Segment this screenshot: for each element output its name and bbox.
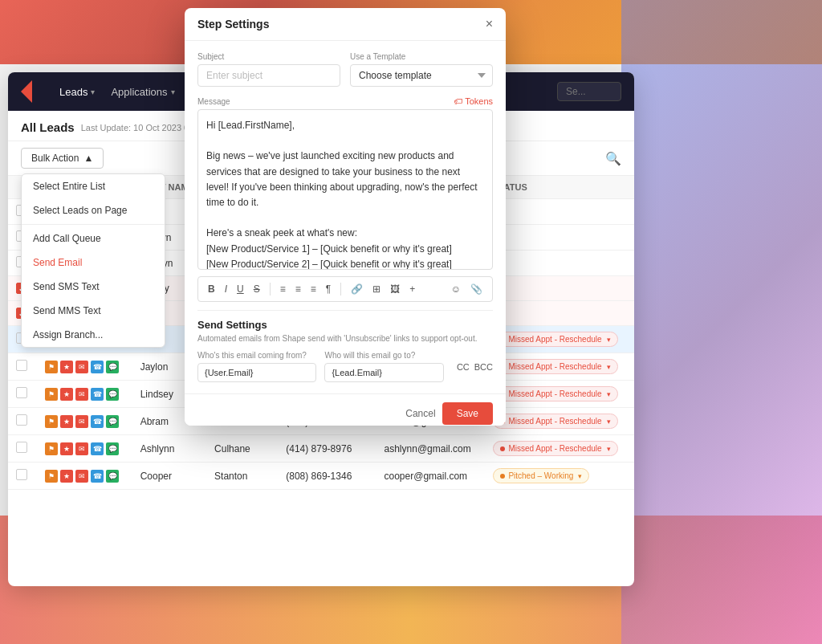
- row-checkbox[interactable]: [16, 414, 27, 426]
- action-icon-mail[interactable]: ✉: [75, 361, 88, 373]
- action-icon-mail[interactable]: ✉: [75, 470, 88, 483]
- bcc-button[interactable]: BCC: [474, 362, 493, 372]
- save-button[interactable]: Save: [442, 402, 493, 425]
- bulk-action-button[interactable]: Bulk Action ▲: [21, 148, 104, 169]
- status-dot: [500, 474, 505, 479]
- status-cell: Missed Appt - Reschedule▾: [485, 408, 634, 435]
- action-icon-star[interactable]: ★: [60, 415, 73, 428]
- status-chevron-icon: ▾: [607, 363, 611, 371]
- cancel-button[interactable]: Cancel: [405, 408, 435, 419]
- format-underline[interactable]: U: [234, 282, 247, 296]
- format-image[interactable]: 🖼: [387, 282, 403, 296]
- dropdown-item-add-call-queue[interactable]: Add Call Queue: [22, 226, 165, 251]
- dropdown-item-send-mms[interactable]: Send MMS Text: [22, 299, 165, 323]
- last-name-cell: Culhane: [206, 435, 278, 463]
- modal-close-button[interactable]: ×: [486, 18, 493, 31]
- row-checkbox[interactable]: [16, 442, 27, 453]
- action-icon-sms[interactable]: 💬: [106, 442, 119, 455]
- action-icon-mail[interactable]: ✉: [75, 415, 88, 428]
- format-list-ol[interactable]: ≡: [307, 282, 319, 296]
- format-strikethrough[interactable]: S: [250, 282, 263, 296]
- format-separator-2: [340, 283, 341, 296]
- action-icon-flag[interactable]: ⚑: [45, 470, 58, 483]
- format-bold[interactable]: B: [205, 282, 218, 296]
- action-icon-star[interactable]: ★: [60, 388, 73, 401]
- row-checkbox[interactable]: [16, 469, 27, 480]
- action-icon-star[interactable]: ★: [60, 442, 73, 455]
- format-align[interactable]: ≡: [277, 282, 289, 296]
- action-icon-flag[interactable]: ⚑: [45, 415, 58, 428]
- action-icon-mail[interactable]: ✉: [75, 442, 88, 455]
- format-table[interactable]: ⊞: [369, 282, 384, 296]
- action-icon-phone[interactable]: ☎: [91, 415, 104, 428]
- modal-body: Subject Use a Template Choose template M…: [185, 41, 506, 393]
- subject-template-row: Subject Use a Template Choose template: [197, 52, 493, 87]
- dropdown-item-assign-branch[interactable]: Assign Branch...: [22, 323, 165, 347]
- action-icon-flag[interactable]: ⚑: [45, 388, 58, 401]
- action-icon-sms[interactable]: 💬: [106, 470, 119, 483]
- tokens-link[interactable]: 🏷 Tokens: [454, 96, 493, 106]
- row-checkbox[interactable]: [16, 387, 27, 398]
- first-name-cell: Cooper: [132, 463, 206, 490]
- nav-item-leads[interactable]: Leads ▾: [59, 86, 95, 98]
- message-label: Message: [197, 97, 230, 106]
- subject-input[interactable]: [197, 64, 340, 87]
- nav-search-input[interactable]: [557, 82, 621, 101]
- status-badge[interactable]: Missed Appt - Reschedule▾: [493, 386, 617, 401]
- action-icons: ⚑★✉☎💬: [45, 361, 124, 373]
- status-badge[interactable]: Missed Appt - Reschedule▾: [493, 414, 617, 429]
- action-icon-sms[interactable]: 💬: [106, 388, 119, 401]
- nav-item-applications[interactable]: Applications ▾: [111, 86, 174, 98]
- to-email-input[interactable]: [324, 363, 443, 382]
- format-link[interactable]: 🔗: [348, 282, 366, 296]
- action-icon-flag[interactable]: ⚑: [45, 442, 58, 455]
- status-cell: [485, 276, 634, 301]
- message-display: Hi [Lead.FirstName], Big news – we've ju…: [197, 109, 493, 270]
- action-icon-star[interactable]: ★: [60, 361, 73, 373]
- status-cell: [485, 251, 634, 276]
- applications-chevron-icon: ▾: [171, 88, 175, 96]
- template-select[interactable]: Choose template: [350, 64, 493, 87]
- app-logo[interactable]: [21, 80, 43, 103]
- dropdown-item-send-sms[interactable]: Send SMS Text: [22, 275, 165, 299]
- format-list-ul[interactable]: ≡: [292, 282, 304, 296]
- format-paragraph[interactable]: ¶: [323, 282, 334, 296]
- send-settings-desc: Automated emails from Shape send with 'U…: [197, 334, 493, 343]
- action-icons: ⚑★✉☎💬: [45, 470, 124, 483]
- status-badge[interactable]: Pitched – Working▾: [493, 468, 589, 483]
- dropdown-item-send-email[interactable]: Send Email: [22, 251, 165, 275]
- status-dot: [500, 446, 505, 451]
- status-badge[interactable]: Missed Appt - Reschedule▾: [493, 332, 617, 347]
- cc-button[interactable]: CC: [457, 362, 470, 372]
- row-checkbox[interactable]: [16, 360, 27, 371]
- action-icon-phone[interactable]: ☎: [91, 470, 104, 483]
- action-icon-star[interactable]: ★: [60, 470, 73, 483]
- action-icon-phone[interactable]: ☎: [91, 388, 104, 401]
- action-icon-phone[interactable]: ☎: [91, 442, 104, 455]
- send-fields-row: Who's this email coming from? Who will t…: [197, 351, 493, 382]
- format-emoji[interactable]: ☺: [448, 282, 464, 296]
- dropdown-item-select-entire[interactable]: Select Entire List: [22, 174, 165, 198]
- action-icon-flag[interactable]: ⚑: [45, 361, 58, 373]
- message-greeting: Hi [Lead.FirstName],: [206, 118, 484, 133]
- action-icon-mail[interactable]: ✉: [75, 388, 88, 401]
- cc-bcc-group: CC BCC: [457, 362, 493, 372]
- format-attachment[interactable]: 📎: [467, 282, 486, 296]
- action-icon-sms[interactable]: 💬: [106, 415, 119, 428]
- from-email-input[interactable]: [197, 363, 316, 382]
- format-italic[interactable]: I: [222, 282, 230, 296]
- action-icon-sms[interactable]: 💬: [106, 361, 119, 373]
- tokens-icon: 🏷: [454, 96, 462, 106]
- send-settings: Send Settings Automated emails from Shap…: [197, 310, 493, 382]
- table-row: ⚑★✉☎💬 Ashlynn Culhane (414) 879-8976 ash…: [8, 435, 634, 463]
- status-badge[interactable]: Missed Appt - Reschedule▾: [493, 441, 617, 456]
- first-name-cell: Ashlynn: [132, 435, 206, 463]
- status-chevron-icon: ▾: [607, 336, 611, 344]
- dropdown-item-select-page[interactable]: Select Leads on Page: [22, 198, 165, 222]
- status-badge[interactable]: Missed Appt - Reschedule▾: [493, 359, 617, 374]
- last-name-cell: Stanton: [206, 463, 278, 490]
- search-button[interactable]: 🔍: [605, 151, 621, 166]
- step-settings-modal: Step Settings × Subject Use a Template C…: [185, 8, 506, 426]
- action-icon-phone[interactable]: ☎: [91, 361, 104, 373]
- format-add[interactable]: +: [406, 282, 418, 296]
